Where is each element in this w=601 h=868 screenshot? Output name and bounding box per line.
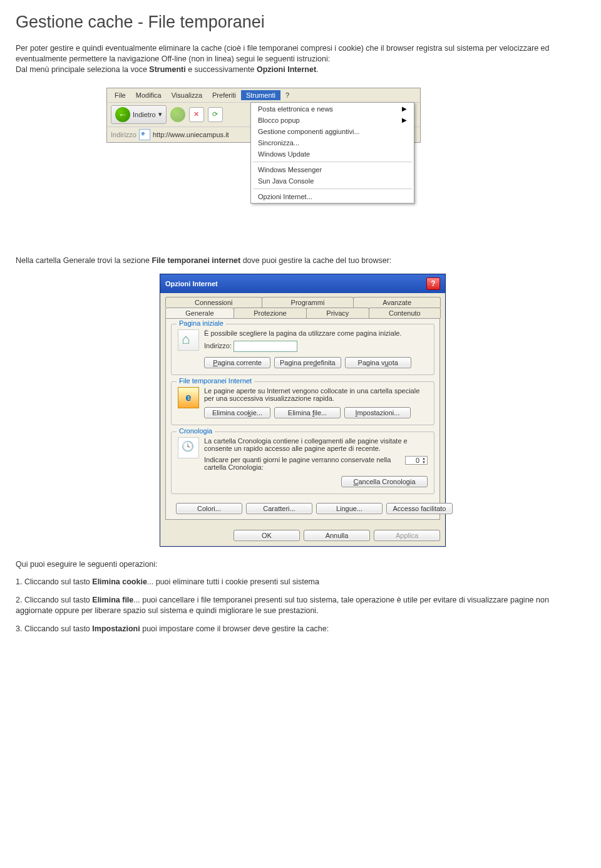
operation-3: 3. Cliccando sul tasto Impostazioni puoi… xyxy=(16,624,585,634)
forward-icon[interactable]: → xyxy=(170,107,185,122)
tab-avanzate[interactable]: Avanzate xyxy=(353,297,441,307)
btn-cancella-cronologia[interactable]: Cancella Cronologia xyxy=(341,476,428,487)
menu-item-messenger[interactable]: Windows Messenger xyxy=(252,164,413,175)
btn-pagina-vuota[interactable]: Pagina vuota xyxy=(345,357,411,368)
intro-paragraph: Per poter gestire e quindi eventualmente… xyxy=(16,43,585,75)
operation-1: 1. Cliccando sul tasto Elimina cookie...… xyxy=(16,577,585,587)
menu-item-blocco[interactable]: Blocco popup▶ xyxy=(252,115,413,126)
operation-2: 2. Cliccando sul tasto Elimina file... p… xyxy=(16,595,585,616)
indirizzo-label: Indirizzo: xyxy=(204,341,232,349)
group-text: Le pagine aperte su Internet vengono col… xyxy=(204,387,428,402)
days-spinner[interactable]: 0 ▲▼ xyxy=(405,456,428,465)
btn-impostazioni[interactable]: Impostazioni... xyxy=(344,407,411,418)
menu-strumenti[interactable]: Strumenti xyxy=(241,90,280,100)
menu-item-componenti[interactable]: Gestione componenti aggiuntivi... xyxy=(252,126,413,137)
group-pagina-iniziale: Pagina iniziale È possibile scegliere la… xyxy=(171,324,434,375)
menu-item-posta[interactable]: Posta elettronica e news▶ xyxy=(252,103,413,115)
submenu-arrow-icon: ▶ xyxy=(402,105,407,112)
btn-colori[interactable]: Colori... xyxy=(176,503,242,514)
btn-lingue[interactable]: Lingue... xyxy=(316,503,383,514)
after-paragraph: Qui puoi eseguire le seguenti operazioni… xyxy=(16,559,585,570)
tab-connessioni[interactable]: Connessioni xyxy=(165,297,262,307)
tab-generale[interactable]: Generale xyxy=(165,307,234,318)
group-text: La cartella Cronologia contiene i colleg… xyxy=(204,437,428,452)
group-legend: Cronologia xyxy=(177,427,215,435)
btn-annulla[interactable]: Annulla xyxy=(304,530,370,541)
middle-paragraph: Nella cartella Generale trovi la sezione… xyxy=(16,256,585,266)
history-icon xyxy=(178,437,199,458)
btn-ok[interactable]: OK xyxy=(234,530,300,541)
ie-window-screenshot: File Modifica Visualizza Preferiti Strum… xyxy=(106,88,421,143)
tab-contenuto[interactable]: Contenuto xyxy=(369,307,441,318)
strumenti-dropdown: Posta elettronica e news▶ Blocco popup▶ … xyxy=(250,102,414,204)
group-text: È possibile scegliere la pagina da utili… xyxy=(204,329,428,337)
group-cronologia: Cronologia La cartella Cronologia contie… xyxy=(171,431,434,494)
dialog-title: Opzioni Internet xyxy=(165,280,218,287)
menu-separator xyxy=(253,162,412,162)
tab-protezione[interactable]: Protezione xyxy=(234,307,307,318)
group-file-temporanei: File temporanei Internet Le pagine apert… xyxy=(171,381,434,425)
menu-item-java[interactable]: Sun Java Console xyxy=(252,175,413,187)
menu-item-winupdate[interactable]: Windows Update xyxy=(252,148,413,160)
menu-item-opzioni[interactable]: Opzioni Internet... xyxy=(252,191,413,202)
menu-item-sincronizza[interactable]: Sincronizza... xyxy=(252,137,413,148)
group-legend: Pagina iniziale xyxy=(177,319,226,327)
btn-applica: Applica xyxy=(374,530,440,541)
dialog-buttons: OK Annulla Applica xyxy=(160,525,445,546)
help-icon[interactable]: ? xyxy=(426,277,440,290)
bottom-button-row: Colori... Caratteri... Lingue... Accesso… xyxy=(171,500,434,514)
btn-elimina-file[interactable]: Elimina file... xyxy=(274,407,341,418)
menu-help[interactable]: ? xyxy=(280,90,294,100)
menu-visualizza[interactable]: Visualizza xyxy=(167,90,207,100)
stop-icon[interactable]: ✕ xyxy=(189,107,204,122)
page-icon xyxy=(139,129,150,140)
menu-modifica[interactable]: Modifica xyxy=(131,90,167,100)
group-legend: File temporanei Internet xyxy=(177,377,254,385)
submenu-arrow-icon: ▶ xyxy=(402,116,407,123)
menu-file[interactable]: File xyxy=(110,90,131,100)
btn-caratteri[interactable]: Caratteri... xyxy=(246,503,312,514)
days-value: 0 xyxy=(407,457,421,464)
folder-ie-icon xyxy=(178,387,199,408)
tab-privacy[interactable]: Privacy xyxy=(306,307,369,318)
btn-pagina-predefinita[interactable]: Pagina predefinita xyxy=(274,357,341,368)
tab-panel-generale: Pagina iniziale È possibile scegliere la… xyxy=(165,318,440,520)
menu-separator xyxy=(253,189,412,189)
btn-pagina-corrente[interactable]: Pagina corrente xyxy=(204,357,270,368)
back-button[interactable]: ← Indietro ▾ xyxy=(111,105,167,124)
indirizzo-input[interactable] xyxy=(234,341,297,352)
back-icon: ← xyxy=(115,107,130,122)
page-title: Gestione cache - File temporanei xyxy=(16,13,585,32)
tabs: Connessioni Programmi Avanzate Generale … xyxy=(160,293,445,318)
dropdown-arrow-icon: ▾ xyxy=(158,110,162,118)
tab-programmi[interactable]: Programmi xyxy=(262,297,354,307)
address-label: Indirizzo xyxy=(111,131,136,138)
btn-elimina-cookie[interactable]: Elimina cookie... xyxy=(204,407,270,418)
refresh-icon[interactable]: ⟳ xyxy=(208,107,223,122)
menu-preferiti[interactable]: Preferiti xyxy=(207,90,241,100)
opzioni-internet-dialog: Opzioni Internet ? Connessioni Programmi… xyxy=(160,274,446,547)
spinner-arrows-icon[interactable]: ▲▼ xyxy=(422,457,426,464)
menu-bar: File Modifica Visualizza Preferiti Strum… xyxy=(107,88,420,103)
dialog-titlebar: Opzioni Internet ? xyxy=(160,274,445,293)
days-label: Indicare per quanti giorni le pagine ver… xyxy=(204,456,401,471)
home-icon xyxy=(178,329,199,351)
btn-accesso-facilitato[interactable]: Accesso facilitato xyxy=(386,503,453,514)
